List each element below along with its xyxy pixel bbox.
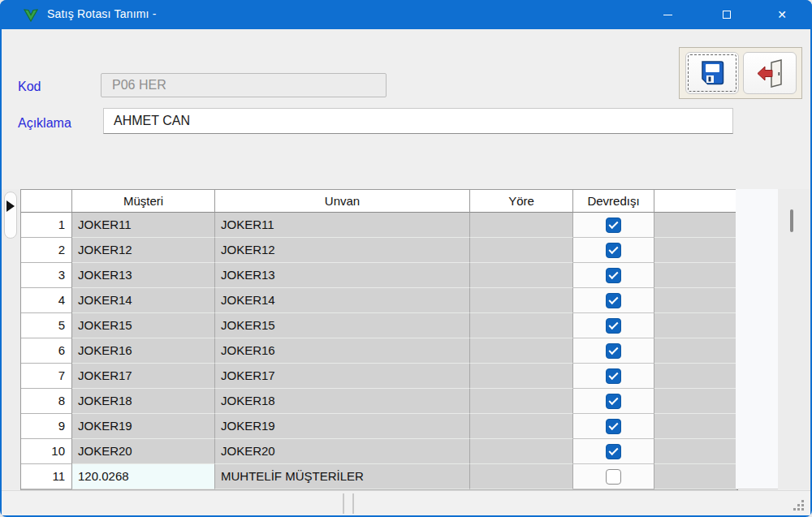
- yore-cell[interactable]: [470, 213, 573, 238]
- unvan-cell[interactable]: JOKER14: [215, 288, 470, 313]
- unvan-cell[interactable]: MUHTELİF MÜŞTERİLER: [215, 464, 470, 489]
- musteri-cell[interactable]: JOKER17: [72, 364, 215, 389]
- musteri-cell[interactable]: 120.0268: [72, 464, 215, 489]
- table-row: 5 JOKER15 JOKER15: [21, 313, 736, 338]
- devredisi-cell[interactable]: [573, 439, 654, 464]
- header-devredisi[interactable]: Devredışı: [573, 190, 654, 213]
- musteri-cell[interactable]: JOKER12: [72, 238, 215, 263]
- table-row: 10 JOKER20 JOKER20: [21, 439, 736, 464]
- maximize-button[interactable]: [708, 0, 745, 29]
- row-number-cell[interactable]: 6: [21, 338, 72, 364]
- yore-cell[interactable]: [470, 414, 573, 439]
- yore-cell[interactable]: [470, 464, 573, 489]
- devredisi-checkbox[interactable]: [606, 343, 621, 359]
- devredisi-checkbox[interactable]: [606, 293, 621, 308]
- yore-cell[interactable]: [470, 364, 573, 389]
- musteri-cell[interactable]: JOKER16: [72, 338, 215, 364]
- row-number-cell[interactable]: 1: [21, 213, 72, 238]
- devredisi-checkbox[interactable]: [606, 268, 621, 283]
- aciklama-field[interactable]: AHMET CAN: [103, 108, 733, 134]
- app-logo-icon: [23, 6, 39, 23]
- unvan-cell[interactable]: JOKER15: [215, 313, 470, 338]
- yore-cell[interactable]: [470, 389, 573, 414]
- yore-cell[interactable]: [470, 439, 573, 464]
- vertical-scrollbar-thumb[interactable]: [790, 209, 793, 232]
- devredisi-checkbox[interactable]: [606, 368, 621, 384]
- unvan-cell[interactable]: JOKER20: [215, 439, 470, 464]
- yore-cell[interactable]: [470, 338, 573, 364]
- row-number-cell[interactable]: 8: [21, 389, 72, 414]
- minimize-button[interactable]: [649, 0, 686, 29]
- musteri-cell[interactable]: JOKER15: [72, 313, 215, 338]
- table-row: 3 JOKER13 JOKER13: [21, 263, 736, 288]
- unvan-cell[interactable]: JOKER16: [215, 338, 470, 364]
- window-title: Satış Rotası Tanımı -: [47, 7, 157, 20]
- header-rownum[interactable]: [21, 190, 72, 213]
- header-musteri[interactable]: Müşteri: [72, 190, 215, 213]
- resize-grip-icon[interactable]: [791, 498, 806, 512]
- grid-body: 1 JOKER11 JOKER11 2 JOKER12 JOKER12 3 JO…: [21, 213, 736, 489]
- yore-cell[interactable]: [470, 288, 573, 313]
- devredisi-cell[interactable]: [573, 313, 654, 338]
- unvan-cell[interactable]: JOKER19: [215, 414, 470, 439]
- devredisi-checkbox[interactable]: [606, 243, 621, 258]
- musteri-cell[interactable]: JOKER18: [72, 389, 215, 414]
- musteri-cell[interactable]: JOKER13: [72, 263, 215, 288]
- devredisi-checkbox[interactable]: [606, 444, 621, 459]
- devredisi-cell[interactable]: [573, 238, 654, 263]
- devredisi-cell[interactable]: [573, 288, 654, 313]
- table-row: 2 JOKER12 JOKER12: [21, 238, 736, 263]
- close-icon: ✕: [777, 9, 787, 20]
- devredisi-cell[interactable]: [573, 213, 654, 238]
- save-button[interactable]: [685, 52, 739, 94]
- gutter-thumb: [4, 192, 17, 239]
- unvan-cell[interactable]: JOKER17: [215, 364, 470, 389]
- table-row: 9 JOKER19 JOKER19: [21, 414, 736, 439]
- devredisi-checkbox[interactable]: [606, 218, 621, 233]
- toolbar-panel: [679, 47, 802, 99]
- devredisi-cell[interactable]: [573, 414, 654, 439]
- header-unvan[interactable]: Unvan: [215, 190, 470, 213]
- statusbar: [2, 490, 810, 515]
- row-number-cell[interactable]: 11: [21, 464, 72, 489]
- musteri-cell[interactable]: JOKER20: [72, 439, 215, 464]
- unvan-cell[interactable]: JOKER11: [215, 213, 470, 238]
- yore-cell[interactable]: [470, 263, 573, 288]
- musteri-cell[interactable]: JOKER14: [72, 288, 215, 313]
- musteri-cell[interactable]: JOKER19: [72, 414, 215, 439]
- statusbar-splitter: [343, 493, 344, 514]
- devredisi-cell[interactable]: [573, 263, 654, 288]
- exit-button[interactable]: [743, 52, 797, 94]
- empty-cell: [654, 263, 736, 288]
- row-number-cell[interactable]: 4: [21, 288, 72, 313]
- aciklama-label: Açıklama: [18, 116, 71, 131]
- row-number-cell[interactable]: 3: [21, 263, 72, 288]
- header-empty[interactable]: [654, 190, 736, 213]
- header-yore[interactable]: Yöre: [470, 190, 573, 213]
- yore-cell[interactable]: [470, 313, 573, 338]
- devredisi-cell[interactable]: [573, 338, 654, 364]
- close-button[interactable]: ✕: [763, 0, 801, 29]
- empty-cell: [654, 313, 736, 338]
- yore-cell[interactable]: [470, 238, 573, 263]
- row-number-cell[interactable]: 9: [21, 414, 72, 439]
- row-number-cell[interactable]: 2: [21, 238, 72, 263]
- unvan-cell[interactable]: JOKER18: [215, 389, 470, 414]
- devredisi-cell[interactable]: [573, 364, 654, 389]
- unvan-cell[interactable]: JOKER13: [215, 263, 470, 288]
- devredisi-cell[interactable]: [573, 464, 654, 489]
- empty-cell: [654, 414, 736, 439]
- devredisi-checkbox[interactable]: [606, 394, 621, 409]
- row-number-cell[interactable]: 5: [21, 313, 72, 338]
- devredisi-checkbox[interactable]: [606, 419, 621, 434]
- musteri-cell[interactable]: JOKER11: [72, 213, 215, 238]
- minimize-icon: [663, 15, 672, 15]
- row-number-cell[interactable]: 7: [21, 364, 72, 389]
- devredisi-checkbox[interactable]: [606, 318, 621, 334]
- devredisi-checkbox[interactable]: [606, 469, 621, 485]
- row-number-cell[interactable]: 10: [21, 439, 72, 464]
- grid-gutter: [2, 189, 20, 489]
- vertical-scrollbar[interactable]: [778, 189, 810, 489]
- unvan-cell[interactable]: JOKER12: [215, 238, 470, 263]
- devredisi-cell[interactable]: [573, 389, 654, 414]
